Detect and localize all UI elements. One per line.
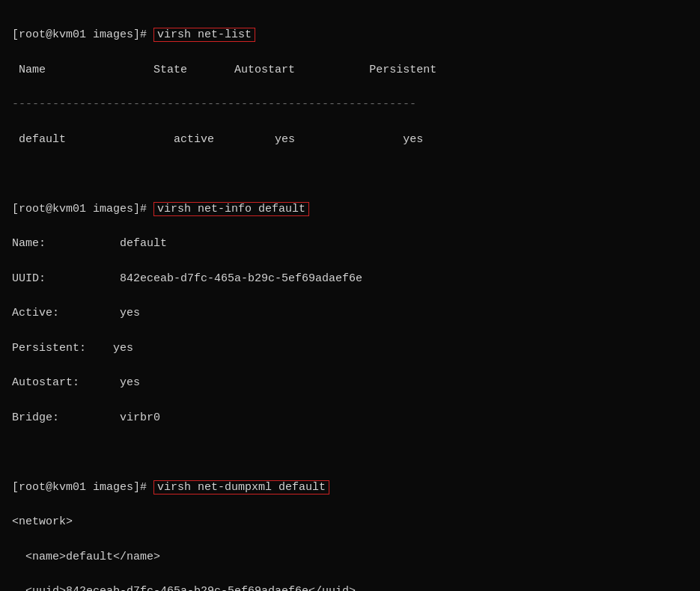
info-name: Name: default	[12, 235, 688, 252]
command-line-1: [root@kvm01 images]# virsh net-list	[12, 26, 688, 43]
prompt-1: [root@kvm01 images]#	[12, 28, 153, 41]
info-autostart: Autostart: yes	[12, 374, 688, 391]
info-uuid-label: UUID:	[12, 272, 46, 285]
command-2: virsh net-info default	[153, 202, 309, 216]
info-bridge-label: Bridge:	[12, 411, 59, 424]
prompt-2: [root@kvm01 images]#	[12, 203, 153, 215]
prompt-3: [root@kvm01 images]#	[12, 481, 153, 494]
col-autostart-header: Autostart	[234, 64, 295, 76]
command-3: virsh net-dumpxml default	[153, 480, 329, 494]
row-autostart: yes	[275, 133, 295, 146]
col-name-header: Name	[19, 64, 46, 76]
col-state-header: State	[153, 64, 187, 76]
blank-line-2	[12, 444, 688, 461]
separator-line: ----------------------------------------…	[12, 96, 688, 113]
info-name-val: default	[120, 237, 167, 250]
info-persistent: Persistent: yes	[12, 340, 688, 357]
xml-line-3: <uuid>842eceab-d7fc-465a-b29c-5ef69adaef…	[12, 583, 688, 591]
blank-line-1	[12, 165, 688, 183]
row-state: active	[174, 133, 214, 146]
info-bridge-val: virbr0	[120, 411, 160, 424]
terminal: [root@kvm01 images]# virsh net-list Name…	[12, 9, 688, 591]
row-persistent: yes	[403, 133, 423, 146]
net-list-row: default active yes yes	[12, 131, 688, 148]
command-line-2: [root@kvm01 images]# virsh net-info defa…	[12, 200, 688, 218]
command-line-3: [root@kvm01 images]# virsh net-dumpxml d…	[12, 479, 688, 496]
info-active-label: Active:	[12, 307, 59, 319]
command-1: virsh net-list	[153, 28, 255, 42]
col-persistent-header: Persistent	[369, 64, 436, 76]
info-autostart-val: yes	[120, 376, 140, 389]
xml-line-1: <network>	[12, 513, 688, 530]
row-name: default	[19, 133, 66, 146]
table-header: Name State Autostart Persistent	[12, 61, 688, 79]
xml-line-2: <name>default</name>	[12, 548, 688, 566]
info-active-val: yes	[120, 307, 140, 319]
info-active: Active: yes	[12, 304, 688, 322]
info-uuid: UUID: 842eceab-d7fc-465a-b29c-5ef69adaef…	[12, 270, 688, 287]
info-uuid-val: 842eceab-d7fc-465a-b29c-5ef69adaef6e	[120, 272, 362, 285]
info-autostart-label: Autostart:	[12, 376, 79, 389]
info-persistent-val: yes	[113, 342, 133, 355]
info-bridge: Bridge: virbr0	[12, 409, 688, 426]
info-name-label: Name:	[12, 237, 46, 250]
info-persistent-label: Persistent:	[12, 342, 86, 355]
